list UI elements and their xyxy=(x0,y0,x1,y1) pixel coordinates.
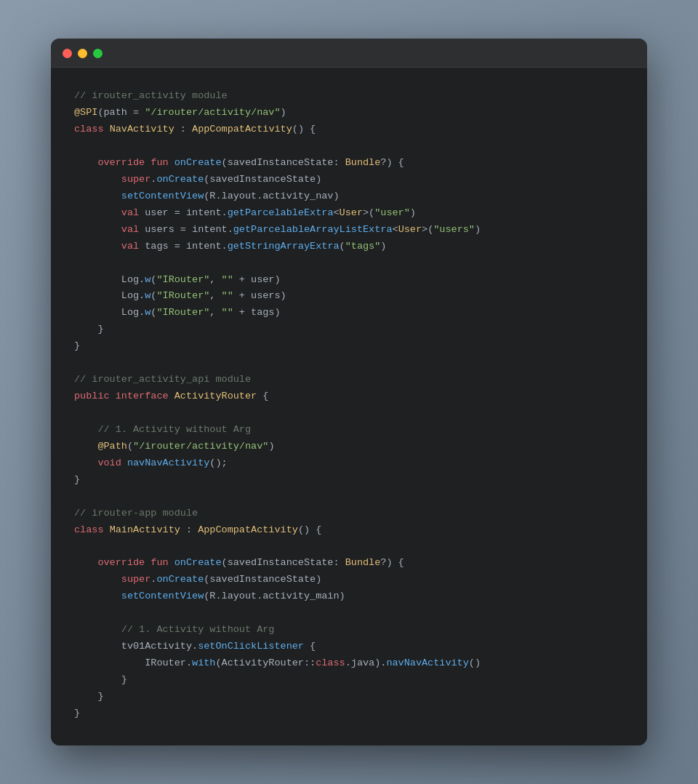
editor-window: // irouter_activity module @SPI(path = "… xyxy=(51,39,647,745)
minimize-button[interactable] xyxy=(78,49,87,58)
maximize-button[interactable] xyxy=(93,49,103,58)
titlebar xyxy=(51,39,647,68)
close-button[interactable] xyxy=(63,49,72,58)
code-block: // irouter_activity module @SPI(path = "… xyxy=(74,88,624,722)
code-area: // irouter_activity module @SPI(path = "… xyxy=(51,68,647,745)
